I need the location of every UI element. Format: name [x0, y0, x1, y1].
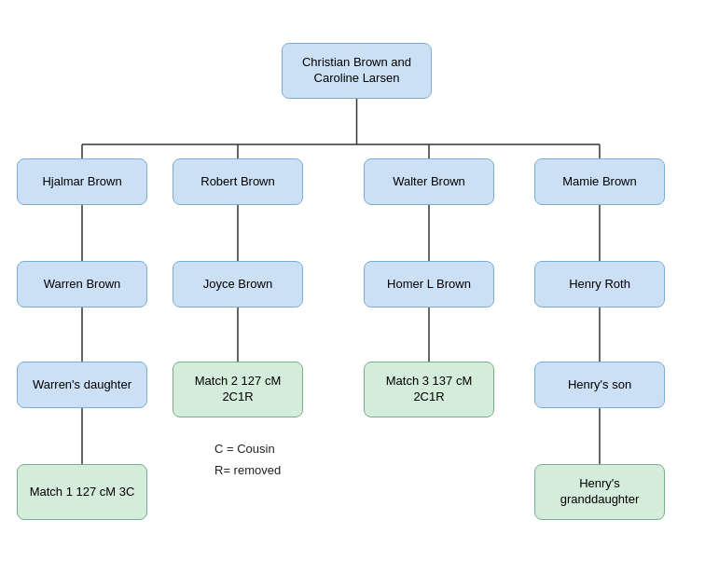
node-root: Christian Brown and Caroline Larsen: [282, 43, 432, 99]
node-match3: Match 3 137 cM 2C1R: [364, 362, 494, 417]
node-henry: Henry Roth: [534, 261, 665, 308]
node-match2: Match 2 127 cM 2C1R: [173, 362, 303, 417]
legend-line2: R= removed: [214, 459, 281, 481]
legend-line1: C = Cousin: [214, 438, 281, 459]
node-henrys_son: Henry's son: [534, 362, 665, 408]
node-walter: Walter Brown: [364, 158, 494, 205]
node-warren: Warren Brown: [17, 261, 147, 308]
node-warrens_daughter: Warren's daughter: [17, 362, 147, 408]
node-match1: Match 1 127 cM 3C: [17, 464, 147, 520]
family-tree: Christian Brown and Caroline LarsenHjalm…: [0, 0, 705, 588]
node-robert: Robert Brown: [173, 158, 303, 205]
node-henrys_granddaughter: Henry's granddaughter: [534, 464, 665, 520]
legend: C = CousinR= removed: [214, 438, 281, 482]
node-joyce: Joyce Brown: [173, 261, 303, 308]
node-hjalmar: Hjalmar Brown: [17, 158, 147, 205]
node-mamie: Mamie Brown: [534, 158, 665, 205]
node-homer: Homer L Brown: [364, 261, 494, 308]
